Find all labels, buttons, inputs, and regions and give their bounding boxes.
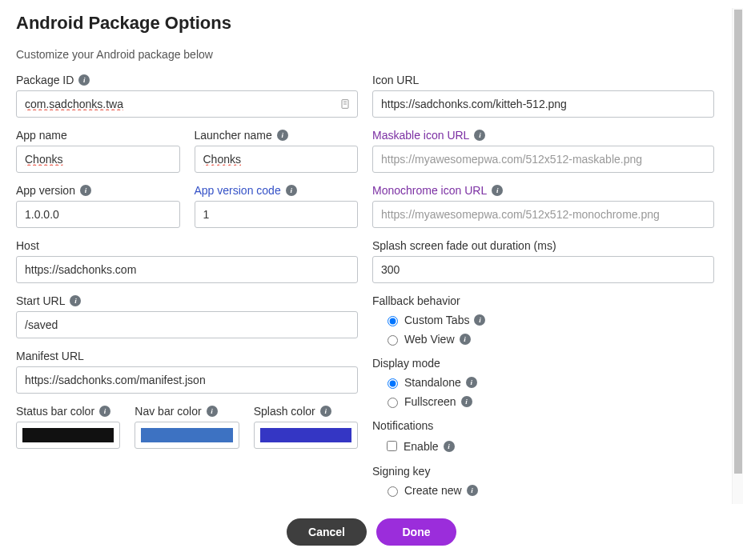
start-url-label: Start URL i: [16, 294, 358, 307]
signing-create-new-label: Create new: [404, 484, 462, 497]
nav-bar-color-input[interactable]: [135, 422, 239, 449]
icon-url-label: Icon URL: [372, 74, 714, 86]
done-button[interactable]: Done: [376, 518, 456, 546]
status-bar-swatch: [22, 428, 114, 442]
notifications-enable-checkbox[interactable]: [387, 441, 397, 451]
signing-key-label: Signing key: [372, 465, 714, 478]
splash-fade-input[interactable]: [372, 256, 714, 283]
launcher-name-label: Launcher name i: [195, 129, 359, 142]
footer: Cancel Done: [0, 504, 743, 555]
manifest-url-label: Manifest URL: [16, 350, 358, 362]
app-version-input[interactable]: [16, 201, 180, 228]
right-column: Icon URL Maskable icon URL i Monochrome …: [372, 74, 714, 504]
info-icon[interactable]: i: [474, 314, 485, 326]
info-icon[interactable]: i: [286, 185, 297, 196]
info-icon[interactable]: i: [492, 185, 503, 196]
vertical-scrollbar[interactable]: [732, 8, 743, 504]
fallback-label: Fallback behavior: [372, 294, 714, 307]
nav-bar-swatch: [141, 428, 232, 442]
info-icon[interactable]: i: [277, 130, 288, 141]
info-icon[interactable]: i: [99, 406, 110, 417]
display-standalone-radio[interactable]: [388, 378, 398, 389]
host-label: Host: [16, 239, 358, 252]
notifications-enable-label: Enable: [404, 440, 439, 453]
fallback-custom-tabs-label: Custom Tabs: [404, 314, 469, 326]
maskable-icon-url-label[interactable]: Maskable icon URL i: [372, 129, 714, 142]
info-icon[interactable]: i: [461, 396, 472, 407]
info-icon[interactable]: i: [207, 406, 218, 417]
page-title: Android Package Options: [16, 13, 714, 34]
left-column: Package ID i App name Launcher name i: [16, 74, 358, 504]
info-icon[interactable]: i: [320, 406, 331, 417]
signing-create-new-radio[interactable]: [388, 486, 398, 497]
launcher-name-input[interactable]: [195, 146, 359, 173]
info-icon[interactable]: i: [80, 185, 91, 196]
fallback-web-view-label: Web View: [404, 333, 455, 346]
display-standalone-label: Standalone: [404, 376, 461, 389]
host-input[interactable]: [16, 256, 358, 283]
package-id-label: Package ID i: [16, 74, 358, 86]
splash-color-label: Splash color i: [254, 405, 358, 418]
app-name-label: App name: [16, 129, 180, 142]
info-icon[interactable]: i: [70, 295, 81, 306]
fallback-custom-tabs-radio[interactable]: [388, 316, 398, 326]
info-icon[interactable]: i: [78, 74, 90, 86]
info-icon[interactable]: i: [466, 377, 477, 388]
splash-color-input[interactable]: [254, 422, 358, 449]
start-url-input[interactable]: [16, 311, 358, 338]
status-bar-color-label: Status bar color i: [16, 405, 120, 418]
monochrome-icon-url-label[interactable]: Monochrome icon URL i: [372, 184, 714, 197]
display-fullscreen-label: Fullscreen: [404, 395, 456, 408]
splash-swatch: [260, 428, 351, 442]
fallback-web-view-radio[interactable]: [388, 335, 398, 346]
monochrome-icon-url-input[interactable]: [372, 201, 714, 228]
icon-url-input[interactable]: [372, 90, 714, 118]
info-icon[interactable]: i: [460, 334, 471, 345]
nav-bar-color-label: Nav bar color i: [135, 405, 239, 418]
package-id-input[interactable]: [16, 90, 358, 118]
app-version-label: App version i: [16, 184, 180, 197]
app-name-input[interactable]: [16, 146, 180, 173]
app-version-code-input[interactable]: [195, 201, 359, 228]
signing-none-label: None: [404, 503, 431, 504]
display-mode-label: Display mode: [372, 357, 714, 370]
info-icon[interactable]: i: [467, 485, 478, 496]
manifest-url-input[interactable]: [16, 366, 358, 394]
info-icon[interactable]: i: [444, 441, 455, 452]
maskable-icon-url-input[interactable]: [372, 146, 714, 173]
info-icon[interactable]: i: [474, 130, 485, 141]
cancel-button[interactable]: Cancel: [287, 518, 367, 546]
contacts-icon[interactable]: [339, 98, 351, 110]
status-bar-color-input[interactable]: [16, 422, 120, 449]
notifications-label: Notifications: [372, 419, 714, 432]
scrollbar-thumb[interactable]: [734, 10, 742, 474]
app-version-code-label[interactable]: App version code i: [195, 184, 359, 197]
display-fullscreen-radio[interactable]: [388, 398, 398, 408]
splash-fade-label: Splash screen fade out duration (ms): [372, 239, 714, 252]
page-subtitle: Customize your Android package below: [16, 48, 714, 61]
